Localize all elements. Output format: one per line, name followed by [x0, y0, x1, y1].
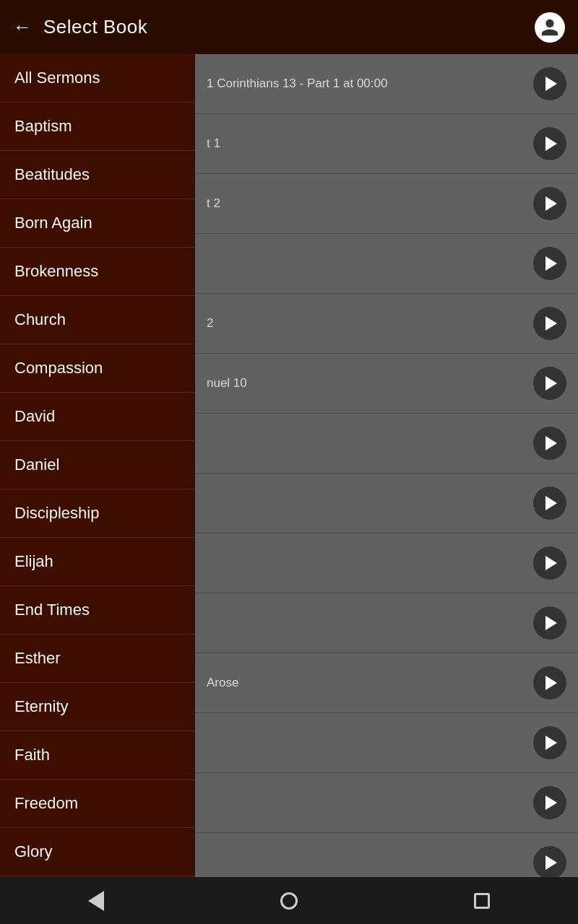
sidebar-item-end-times[interactable]: End Times — [0, 586, 195, 635]
sidebar-item-daniel[interactable]: Daniel — [0, 441, 195, 489]
sermon-item: t 1 — [195, 114, 578, 174]
sermon-item: nuel 10 — [195, 354, 578, 414]
play-button[interactable] — [533, 247, 566, 280]
content-area: 1 Corinthians 13 - Part 1 at 00:00t 1t 2… — [195, 54, 578, 877]
nav-square-icon — [474, 893, 490, 909]
bottom-nav — [0, 877, 578, 924]
sermon-text: Arose — [207, 676, 533, 690]
sermon-item: 2 — [195, 294, 578, 354]
sidebar-item-baptism[interactable]: Baptism — [0, 103, 195, 151]
sermon-item — [195, 533, 578, 593]
main-layout: All SermonsBaptismBeatitudesBorn AgainBr… — [0, 54, 578, 877]
sermon-item — [195, 593, 578, 653]
nav-back-icon — [88, 891, 104, 911]
sermon-item — [195, 833, 578, 877]
sidebar-item-brokenness[interactable]: Brokenness — [0, 248, 195, 296]
sermon-item — [195, 773, 578, 833]
sermon-text: t 1 — [207, 136, 533, 151]
play-button[interactable] — [533, 786, 566, 819]
sermon-item: t 2 — [195, 174, 578, 234]
page-title: Select Book — [43, 16, 147, 38]
play-button[interactable] — [533, 307, 566, 340]
sidebar-item-elijah[interactable]: Elijah — [0, 538, 195, 586]
sermon-item — [195, 713, 578, 773]
play-button[interactable] — [533, 487, 566, 520]
sermon-text: nuel 10 — [207, 376, 533, 391]
back-button[interactable]: ← — [13, 16, 32, 38]
account-icon[interactable] — [535, 12, 565, 43]
sidebar-item-glory[interactable]: Glory — [0, 828, 195, 876]
sidebar-item-david[interactable]: David — [0, 393, 195, 441]
sidebar-item-eternity[interactable]: Eternity — [0, 683, 195, 731]
play-button[interactable] — [533, 546, 566, 580]
play-button[interactable] — [533, 846, 566, 877]
top-bar-left: ← Select Book — [13, 16, 147, 38]
sermon-item — [195, 414, 578, 474]
sidebar: All SermonsBaptismBeatitudesBorn AgainBr… — [0, 54, 195, 877]
sidebar-item-compassion[interactable]: Compassion — [0, 344, 195, 393]
sermon-item: Arose — [195, 653, 578, 713]
sermon-text: 1 Corinthians 13 - Part 1 at 00:00 — [207, 77, 533, 91]
nav-back-button[interactable] — [74, 886, 118, 915]
sidebar-item-esther[interactable]: Esther — [0, 635, 195, 683]
sidebar-item-beatitudes[interactable]: Beatitudes — [0, 151, 195, 199]
sermon-text: t 2 — [207, 196, 533, 211]
sermon-item: 1 Corinthians 13 - Part 1 at 00:00 — [195, 54, 578, 114]
sidebar-item-freedom[interactable]: Freedom — [0, 780, 195, 828]
sidebar-item-discipleship[interactable]: Discipleship — [0, 489, 195, 538]
sermon-text: 2 — [207, 316, 533, 331]
nav-recents-button[interactable] — [460, 886, 504, 915]
nav-home-icon — [280, 892, 298, 910]
sidebar-item-faith[interactable]: Faith — [0, 731, 195, 780]
play-button[interactable] — [533, 127, 566, 160]
play-button[interactable] — [533, 606, 566, 640]
play-button[interactable] — [533, 367, 566, 400]
sermon-item — [195, 474, 578, 533]
play-button[interactable] — [533, 726, 566, 759]
sidebar-item-born-again[interactable]: Born Again — [0, 199, 195, 248]
sidebar-item-all-sermons[interactable]: All Sermons — [0, 54, 195, 103]
nav-home-button[interactable] — [267, 886, 311, 915]
play-button[interactable] — [533, 427, 566, 460]
top-bar: ← Select Book — [0, 0, 578, 54]
sidebar-item-church[interactable]: Church — [0, 296, 195, 344]
play-button[interactable] — [533, 666, 566, 699]
play-button[interactable] — [533, 187, 566, 220]
sermon-item — [195, 234, 578, 294]
play-button[interactable] — [533, 67, 566, 100]
